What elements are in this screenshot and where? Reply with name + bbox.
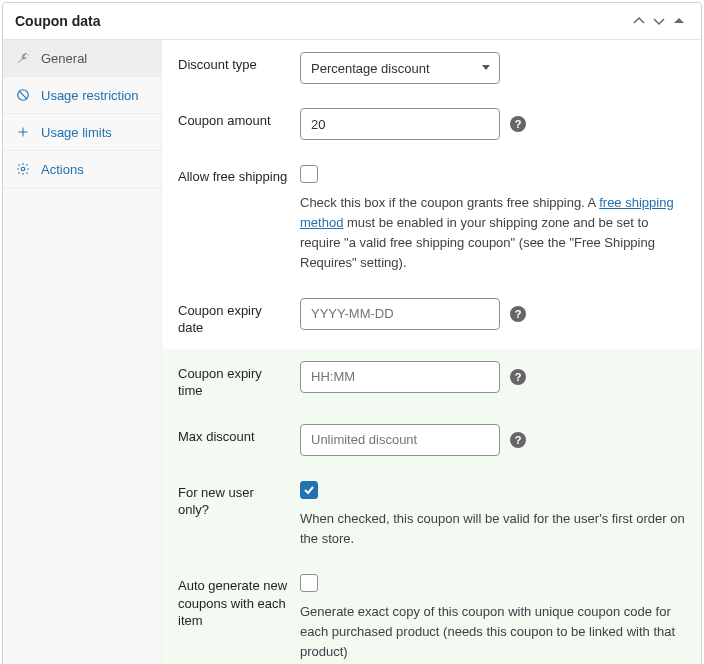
move-down-icon[interactable] <box>649 11 669 31</box>
tab-usage-restriction[interactable]: Usage restriction <box>3 77 161 114</box>
label-coupon-amount: Coupon amount <box>178 108 288 130</box>
coupon-amount-input[interactable] <box>300 108 500 140</box>
auto-generate-checkbox[interactable] <box>300 574 318 592</box>
tab-general[interactable]: General <box>3 40 161 77</box>
label-discount-type: Discount type <box>178 52 288 74</box>
row-expiry-date: Coupon expiry date ? <box>162 286 701 349</box>
coupon-data-panel: Coupon data General Usage restriction Us… <box>2 2 702 664</box>
row-new-user: For new user only? When checked, this co… <box>162 468 701 561</box>
svg-line-1 <box>19 91 27 99</box>
panel-body: General Usage restriction Usage limits A… <box>3 40 701 664</box>
label-auto-generate: Auto generate new coupons with each item <box>178 573 288 630</box>
label-new-user: For new user only? <box>178 480 288 519</box>
max-discount-input[interactable] <box>300 424 500 456</box>
tab-label: Actions <box>41 162 84 177</box>
svg-point-4 <box>21 167 25 171</box>
tab-actions[interactable]: Actions <box>3 151 161 188</box>
tab-label: Usage restriction <box>41 88 139 103</box>
collapse-icon[interactable] <box>669 11 689 31</box>
tab-label: Usage limits <box>41 125 112 140</box>
tab-label: General <box>41 51 87 66</box>
free-shipping-desc: Check this box if the coupon grants free… <box>300 193 685 274</box>
expiry-date-input[interactable] <box>300 298 500 330</box>
help-icon[interactable]: ? <box>510 369 526 385</box>
tabs-sidebar: General Usage restriction Usage limits A… <box>3 40 162 664</box>
auto-generate-desc: Generate exact copy of this coupon with … <box>300 602 685 662</box>
row-expiry-time: Coupon expiry time ? <box>162 349 701 412</box>
row-max-discount: Max discount ? <box>162 412 701 468</box>
row-free-shipping: Allow free shipping Check this box if th… <box>162 152 701 286</box>
help-icon[interactable]: ? <box>510 116 526 132</box>
new-user-checkbox[interactable] <box>300 481 318 499</box>
label-expiry-date: Coupon expiry date <box>178 298 288 337</box>
panel-header: Coupon data <box>3 3 701 40</box>
free-shipping-checkbox[interactable] <box>300 165 318 183</box>
expiry-time-input[interactable] <box>300 361 500 393</box>
move-up-icon[interactable] <box>629 11 649 31</box>
help-icon[interactable]: ? <box>510 306 526 322</box>
plus-icon <box>15 124 31 140</box>
new-user-desc: When checked, this coupon will be valid … <box>300 509 685 549</box>
panel-title: Coupon data <box>15 13 629 29</box>
label-max-discount: Max discount <box>178 424 288 446</box>
label-free-shipping: Allow free shipping <box>178 164 288 186</box>
ban-icon <box>15 87 31 103</box>
tab-content: Discount type Percentage discount Coupon… <box>162 40 701 664</box>
help-icon[interactable]: ? <box>510 432 526 448</box>
discount-type-select[interactable]: Percentage discount <box>300 52 500 84</box>
row-coupon-amount: Coupon amount ? <box>162 96 701 152</box>
row-auto-generate: Auto generate new coupons with each item… <box>162 561 701 664</box>
tab-usage-limits[interactable]: Usage limits <box>3 114 161 151</box>
gear-icon <box>15 161 31 177</box>
row-discount-type: Discount type Percentage discount <box>162 40 701 96</box>
wrench-icon <box>15 50 31 66</box>
label-expiry-time: Coupon expiry time <box>178 361 288 400</box>
